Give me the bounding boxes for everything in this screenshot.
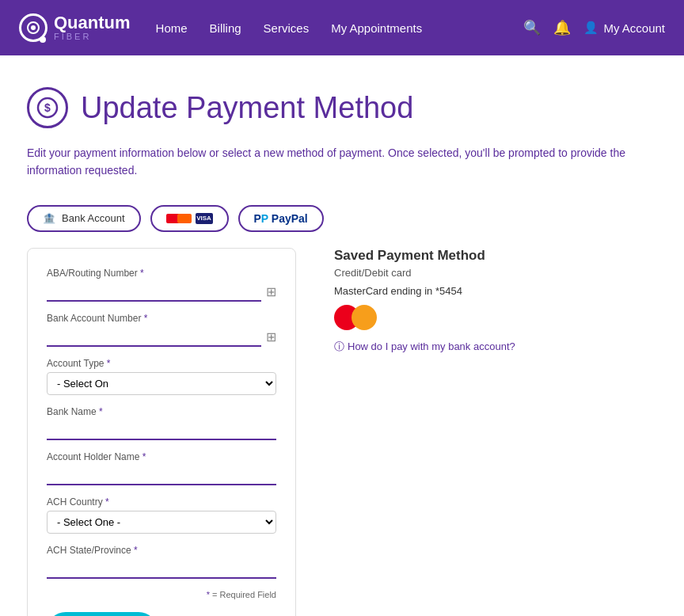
account-holder-group: Account Holder Name * [47, 451, 276, 485]
info-icon: ⓘ [334, 340, 344, 354]
routing-required: * [140, 268, 144, 279]
ach-state-group: ACH State/Province * [47, 545, 276, 579]
nav-services[interactable]: Services [264, 21, 310, 35]
bank-help-link[interactable]: ⓘ How do I pay with my bank account? [334, 340, 657, 354]
my-account-label: My Account [603, 21, 665, 35]
account-number-input[interactable] [47, 327, 261, 347]
account-holder-input[interactable] [47, 466, 276, 485]
bank-name-group: Bank Name * [47, 406, 276, 440]
svg-text:$: $ [44, 101, 51, 114]
saved-payment-section: Saved Payment Method Credit/Debit card M… [334, 248, 657, 354]
routing-number-label: ABA/Routing Number * [47, 268, 276, 279]
bank-account-form: ABA/Routing Number * ⊞ Bank Account Numb… [27, 248, 296, 616]
mastercard-logo [334, 305, 657, 330]
mastercard-orange-circle [352, 305, 377, 330]
account-number-group: Bank Account Number * ⊞ [47, 313, 276, 347]
nav-billing[interactable]: Billing [210, 21, 241, 35]
routing-number-group: ABA/Routing Number * ⊞ [47, 268, 276, 302]
svg-point-1 [31, 25, 36, 30]
paypal-icon: PP PayPal [254, 212, 308, 225]
account-type-select[interactable]: - Select On [47, 372, 276, 395]
main-content: $ Update Payment Method Edit your paymen… [2, 87, 682, 616]
ach-country-group: ACH Country * - Select One - [47, 496, 276, 534]
search-icon[interactable]: 🔍 [523, 19, 541, 36]
logo-name: Quantum [54, 14, 131, 32]
page-title: Update Payment Method [81, 91, 413, 125]
navigation: Quantum FIBER Home Billing Services My A… [0, 0, 684, 55]
nav-links: Home Billing Services My Appointments [156, 21, 524, 35]
update-payment-button[interactable]: Update Payment Method [47, 612, 158, 616]
account-type-label: Account Type * [47, 358, 276, 369]
page-title-row: $ Update Payment Method [27, 87, 657, 128]
logo[interactable]: Quantum FIBER [19, 13, 131, 42]
logo-text-block: Quantum FIBER [54, 14, 131, 41]
logo-sub: FIBER [54, 32, 131, 41]
tab-bank-account[interactable]: 🏦 Bank Account [27, 205, 141, 232]
visa-icon: VISA [166, 213, 213, 224]
ach-country-select-row: - Select One - [47, 511, 276, 534]
routing-input-row: ⊞ [47, 282, 276, 302]
ach-state-input[interactable] [47, 559, 276, 579]
tab-paypal[interactable]: PP PayPal [238, 205, 324, 232]
content-row: ABA/Routing Number * ⊞ Bank Account Numb… [27, 248, 657, 616]
routing-number-input[interactable] [47, 282, 261, 302]
payment-tabs: 🏦 Bank Account VISA PP PayPal [27, 205, 657, 232]
saved-card-info: MasterCard ending in *5454 [334, 285, 657, 297]
ach-country-label: ACH Country * [47, 496, 276, 508]
bank-name-input[interactable] [47, 420, 276, 440]
page-title-icon: $ [27, 87, 68, 128]
account-type-group: Account Type * - Select On [47, 358, 276, 395]
account-holder-label: Account Holder Name * [47, 451, 276, 462]
account-type-select-row: - Select On [47, 372, 276, 395]
saved-payment-title: Saved Payment Method [334, 248, 657, 264]
routing-icon: ⊞ [266, 284, 276, 299]
ach-country-select[interactable]: - Select One - [47, 511, 276, 534]
tab-bank-label: Bank Account [62, 212, 125, 224]
account-icon: ⊞ [266, 329, 276, 344]
bank-icon: 🏦 [43, 212, 55, 224]
nav-home[interactable]: Home [156, 21, 188, 35]
account-icon: 👤 [583, 21, 598, 35]
tab-card[interactable]: VISA [150, 205, 229, 232]
account-input-row: ⊞ [47, 327, 276, 347]
account-required: * [144, 313, 148, 324]
logo-icon [19, 13, 48, 42]
notification-bell-icon[interactable]: 🔔 [553, 19, 571, 36]
paypal-label: PayPal [272, 212, 308, 225]
nav-appointments[interactable]: My Appointments [331, 21, 422, 35]
required-field-note: * = Required Field [47, 590, 276, 599]
nav-right: 🔍 🔔 👤 My Account [523, 19, 665, 36]
my-account-button[interactable]: 👤 My Account [583, 21, 665, 35]
account-number-label: Bank Account Number * [47, 313, 276, 324]
page-subtitle: Edit your payment information below or s… [27, 144, 644, 180]
bank-name-label: Bank Name * [47, 406, 276, 417]
ach-state-label: ACH State/Province * [47, 545, 276, 556]
saved-payment-type: Credit/Debit card [334, 267, 657, 279]
bank-help-text: How do I pay with my bank account? [348, 340, 515, 352]
